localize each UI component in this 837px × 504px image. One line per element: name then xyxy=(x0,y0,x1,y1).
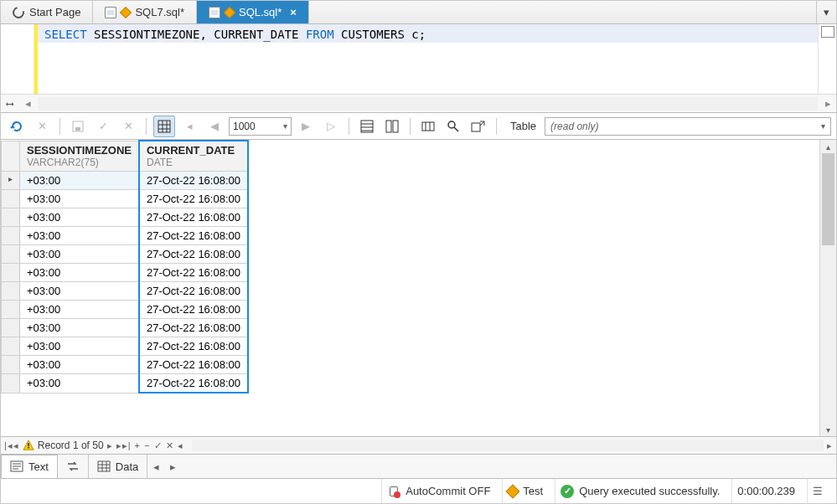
table-row[interactable]: +03:0027-Oct-22 16:08:00 xyxy=(2,356,249,374)
cell-current-date[interactable]: 27-Oct-22 16:08:00 xyxy=(139,208,248,227)
find-button[interactable] xyxy=(442,116,464,137)
row-header[interactable] xyxy=(2,264,20,282)
cell-sessiontimezone[interactable]: +03:00 xyxy=(20,356,139,374)
table-row[interactable]: +03:0027-Oct-22 16:08:00 xyxy=(2,374,249,393)
cell-current-date[interactable]: 27-Oct-22 16:08:00 xyxy=(139,319,248,337)
row-header[interactable] xyxy=(2,356,20,374)
nav-next-group[interactable]: ▸ ▸▸| + − ✓ ✕ xyxy=(107,440,174,451)
tab-sql-active[interactable]: SQL.sql* × xyxy=(197,1,309,23)
table-row[interactable]: +03:0027-Oct-22 16:08:00 xyxy=(2,337,249,356)
close-tab-icon[interactable]: × xyxy=(290,6,297,18)
cell-sessiontimezone[interactable]: +03:00 xyxy=(20,301,139,319)
cell-sessiontimezone[interactable]: +03:00 xyxy=(20,245,139,264)
table-row[interactable]: +03:0027-Oct-22 16:08:00 xyxy=(2,264,249,282)
scroll-thumb[interactable] xyxy=(822,153,834,245)
column-indicator-icon[interactable]: ⟷ xyxy=(1,97,19,110)
split-grid-button[interactable] xyxy=(381,116,403,137)
table-row[interactable]: +03:0027-Oct-22 16:08:00 xyxy=(2,282,249,301)
tab-start-page[interactable]: Start Page xyxy=(1,1,93,23)
export-button[interactable] xyxy=(468,116,489,137)
scroll-right-button[interactable]: ▸ xyxy=(819,97,836,110)
accept-button[interactable]: ✓ xyxy=(92,116,114,137)
row-header[interactable] xyxy=(2,245,20,264)
cell-sessiontimezone[interactable]: +03:00 xyxy=(20,227,139,245)
output-tab-text[interactable]: Text xyxy=(1,455,58,478)
next-page-button[interactable]: ▶ xyxy=(295,116,317,137)
row-header[interactable] xyxy=(2,282,20,301)
table-row[interactable]: +03:0027-Oct-22 16:08:00 xyxy=(2,227,249,245)
cell-current-date[interactable]: 27-Oct-22 16:08:00 xyxy=(139,356,248,374)
wrap-toggle-icon[interactable] xyxy=(821,26,834,38)
cell-sessiontimezone[interactable]: +03:00 xyxy=(20,208,139,227)
tab-sql7[interactable]: SQL7.sql* xyxy=(93,1,197,23)
scroll-up-icon[interactable]: ▴ xyxy=(820,140,836,153)
row-header[interactable] xyxy=(2,319,20,337)
cancel-button[interactable]: ✕ xyxy=(31,116,53,137)
code-area[interactable]: SELECT SESSIONTIMEZONE, CURRENT_DATE FRO… xyxy=(38,24,818,94)
status-menu[interactable]: ☰ xyxy=(807,479,831,503)
row-header[interactable] xyxy=(2,301,20,319)
cell-sessiontimezone[interactable]: +03:00 xyxy=(20,374,139,393)
cell-sessiontimezone[interactable]: +03:00 xyxy=(20,190,139,208)
table-row[interactable]: +03:0027-Oct-22 16:08:00 xyxy=(2,172,249,190)
cell-sessiontimezone[interactable]: +03:00 xyxy=(20,337,139,356)
cell-sessiontimezone[interactable]: +03:00 xyxy=(20,264,139,282)
reject-button[interactable]: ✕ xyxy=(117,116,139,137)
cell-current-date[interactable]: 27-Oct-22 16:08:00 xyxy=(139,190,248,208)
row-header[interactable] xyxy=(2,337,20,356)
status-autocommit[interactable]: AutoCommit OFF xyxy=(381,479,495,503)
cell-current-date[interactable]: 27-Oct-22 16:08:00 xyxy=(139,374,248,393)
first-page-button[interactable]: ◂ xyxy=(178,116,200,137)
cell-current-date[interactable]: 27-Oct-22 16:08:00 xyxy=(139,282,248,301)
column-header-sessiontimezone[interactable]: SESSIONTIMEZONE VARCHAR2(75) xyxy=(20,141,139,172)
single-grid-button[interactable] xyxy=(356,116,378,137)
cell-current-date[interactable]: 27-Oct-22 16:08:00 xyxy=(139,245,248,264)
row-header[interactable] xyxy=(2,190,20,208)
row-limit-input[interactable]: 1000 ▾ xyxy=(229,117,292,136)
table-row[interactable]: +03:0027-Oct-22 16:08:00 xyxy=(2,301,249,319)
recbar-hscroll[interactable] xyxy=(192,440,824,451)
nav-scroll-right[interactable]: ▸ xyxy=(827,440,833,451)
tab-overflow-button[interactable]: ▾ xyxy=(816,1,836,23)
grid-mode-button[interactable] xyxy=(153,116,175,137)
cell-sessiontimezone[interactable]: +03:00 xyxy=(20,172,139,190)
table-row[interactable]: +03:0027-Oct-22 16:08:00 xyxy=(2,208,249,227)
toolbar-sep xyxy=(349,118,349,135)
last-page-button[interactable]: ▷ xyxy=(320,116,342,137)
split-grid-icon xyxy=(385,120,399,133)
refresh-button[interactable] xyxy=(6,116,28,137)
nav-scroll-left[interactable]: ◂ xyxy=(178,440,183,451)
output-tab-swap[interactable] xyxy=(58,455,89,478)
column-name: SESSIONTIMEZONE xyxy=(27,144,132,157)
cell-sessiontimezone[interactable]: +03:00 xyxy=(20,319,139,337)
save-changes-button[interactable] xyxy=(67,116,89,137)
table-row[interactable]: +03:0027-Oct-22 16:08:00 xyxy=(2,190,249,208)
table-row[interactable]: +03:0027-Oct-22 16:08:00 xyxy=(2,319,249,337)
row-header[interactable] xyxy=(2,374,20,393)
table-row[interactable]: +03:0027-Oct-22 16:08:00 xyxy=(2,245,249,264)
prev-page-button[interactable]: ◀ xyxy=(204,116,225,137)
cell-current-date[interactable]: 27-Oct-22 16:08:00 xyxy=(139,172,248,190)
editor-hscroll[interactable] xyxy=(38,97,818,111)
output-tab-data[interactable]: Data xyxy=(89,455,147,478)
output-tab-prev[interactable]: ◂ xyxy=(147,460,164,473)
cell-current-date[interactable]: 27-Oct-22 16:08:00 xyxy=(139,227,248,245)
cell-current-date[interactable]: 27-Oct-22 16:08:00 xyxy=(139,301,248,319)
scroll-down-icon[interactable]: ▾ xyxy=(820,423,836,436)
cell-sessiontimezone[interactable]: +03:00 xyxy=(20,282,139,301)
editor-gutter xyxy=(1,24,34,94)
scroll-left-button[interactable]: ◂ xyxy=(19,97,36,110)
columns-button[interactable] xyxy=(417,116,439,137)
status-connection[interactable]: Test xyxy=(502,479,548,503)
row-header[interactable] xyxy=(2,227,20,245)
column-header-current-date[interactable]: CURRENT_DATE DATE xyxy=(139,141,248,172)
grid-vscroll[interactable]: ▴ ▾ xyxy=(819,140,836,436)
table-selector[interactable]: (read only) ▾ xyxy=(545,117,831,136)
cell-current-date[interactable]: 27-Oct-22 16:08:00 xyxy=(139,337,248,356)
nav-first-button[interactable]: |◂◂ xyxy=(4,440,19,451)
output-tab-next[interactable]: ▸ xyxy=(164,460,181,473)
cell-current-date[interactable]: 27-Oct-22 16:08:00 xyxy=(139,264,248,282)
row-header[interactable] xyxy=(2,208,20,227)
results-grid-scroll[interactable]: SESSIONTIMEZONE VARCHAR2(75) CURRENT_DAT… xyxy=(1,140,819,436)
row-header[interactable] xyxy=(2,172,20,190)
